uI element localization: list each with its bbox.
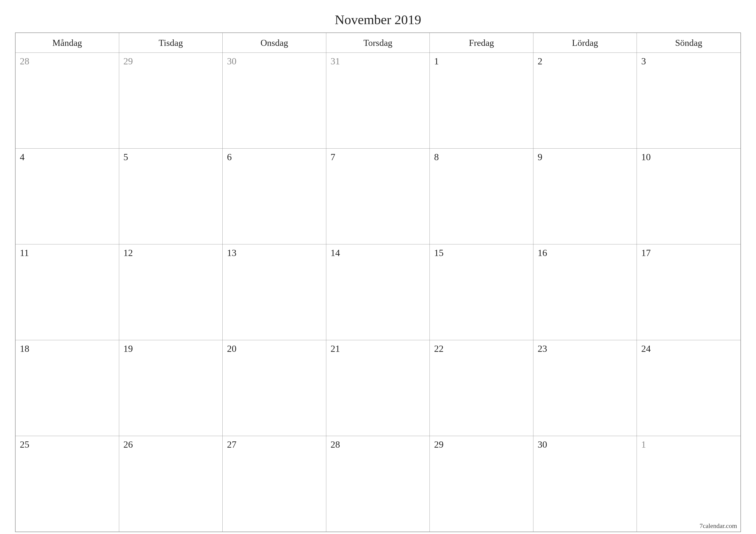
- weekday-header: Torsdag: [326, 33, 430, 53]
- weekday-header: Måndag: [15, 33, 119, 53]
- day-number: 26: [123, 439, 133, 450]
- day-cell: 13: [223, 244, 326, 340]
- week-row: 25 26 27 28 29 30 1 7calendar.com: [15, 436, 741, 532]
- day-number: 24: [641, 343, 651, 354]
- weekday-header-row: Måndag Tisdag Onsdag Torsdag Fredag Lörd…: [15, 33, 741, 53]
- day-number: 1: [434, 56, 439, 66]
- day-cell: 6: [223, 149, 326, 244]
- calendar-page: November 2019 Måndag Tisdag Onsdag Torsd…: [0, 0, 756, 534]
- weekday-header: Tisdag: [119, 33, 223, 53]
- day-cell: 26: [119, 436, 223, 532]
- day-cell: 9: [533, 149, 637, 244]
- day-cell: 19: [119, 340, 223, 436]
- day-cell: 30: [533, 436, 637, 532]
- day-number: 21: [331, 343, 340, 354]
- day-number: 25: [20, 439, 29, 450]
- week-row: 18 19 20 21 22 23 24: [15, 340, 741, 436]
- day-cell: 29: [119, 53, 223, 148]
- day-number: 16: [538, 248, 547, 258]
- day-cell: 8: [430, 149, 533, 244]
- day-cell: 22: [430, 340, 533, 436]
- day-cell: 21: [326, 340, 430, 436]
- day-cell: 30: [223, 53, 326, 148]
- page-title: November 2019: [15, 12, 741, 27]
- day-cell: 10: [637, 149, 741, 244]
- day-number: 31: [331, 56, 340, 66]
- day-cell: 15: [430, 244, 533, 340]
- day-number: 17: [641, 248, 651, 258]
- day-number: 11: [20, 248, 29, 258]
- day-cell: 11: [15, 244, 119, 340]
- day-number: 27: [227, 439, 236, 450]
- day-cell: 31: [326, 53, 430, 148]
- week-row: 11 12 13 14 15 16 17: [15, 244, 741, 340]
- day-cell: 5: [119, 149, 223, 244]
- day-cell: 25: [15, 436, 119, 532]
- day-cell: 4: [15, 149, 119, 244]
- day-cell: 1: [430, 53, 533, 148]
- day-number: 28: [331, 439, 340, 450]
- day-cell: 29: [430, 436, 533, 532]
- day-number: 2: [538, 56, 542, 66]
- day-number: 22: [434, 343, 444, 354]
- day-cell: 28: [15, 53, 119, 148]
- day-cell: 17: [637, 244, 741, 340]
- day-number: 28: [20, 56, 29, 66]
- day-number: 5: [123, 152, 128, 162]
- day-number: 15: [434, 248, 444, 258]
- day-cell: 1 7calendar.com: [637, 436, 741, 532]
- weekday-header: Lördag: [533, 33, 637, 53]
- day-cell: 18: [15, 340, 119, 436]
- week-row: 4 5 6 7 8 9 10: [15, 149, 741, 244]
- day-number: 1: [641, 439, 646, 450]
- day-number: 10: [641, 152, 651, 162]
- day-number: 8: [434, 152, 439, 162]
- day-number: 9: [538, 152, 542, 162]
- weekday-header: Onsdag: [223, 33, 326, 53]
- day-cell: 24: [637, 340, 741, 436]
- day-number: 20: [227, 343, 236, 354]
- day-cell: 3: [637, 53, 741, 148]
- day-number: 29: [123, 56, 133, 66]
- day-cell: 7: [326, 149, 430, 244]
- day-number: 4: [20, 152, 25, 162]
- day-cell: 20: [223, 340, 326, 436]
- day-number: 3: [641, 56, 646, 66]
- day-number: 12: [123, 248, 133, 258]
- day-cell: 12: [119, 244, 223, 340]
- weekday-header: Söndag: [637, 33, 741, 53]
- day-cell: 16: [533, 244, 637, 340]
- day-number: 30: [538, 439, 547, 450]
- day-number: 29: [434, 439, 444, 450]
- footer-credit: 7calendar.com: [700, 522, 737, 529]
- day-number: 18: [20, 343, 29, 354]
- day-number: 30: [227, 56, 236, 66]
- day-cell: 14: [326, 244, 430, 340]
- day-number: 6: [227, 152, 232, 162]
- day-cell: 28: [326, 436, 430, 532]
- day-cell: 23: [533, 340, 637, 436]
- weeks-container: 28 29 30 31 1 2 3 4 5 6 7 8 9 10 11 12 1…: [15, 53, 741, 532]
- week-row: 28 29 30 31 1 2 3: [15, 53, 741, 149]
- calendar-grid: Måndag Tisdag Onsdag Torsdag Fredag Lörd…: [15, 33, 741, 532]
- weekday-header: Fredag: [430, 33, 533, 53]
- day-cell: 27: [223, 436, 326, 532]
- day-cell: 2: [533, 53, 637, 148]
- day-number: 7: [331, 152, 335, 162]
- day-number: 23: [538, 343, 547, 354]
- day-number: 14: [331, 248, 340, 258]
- day-number: 19: [123, 343, 133, 354]
- day-number: 13: [227, 248, 236, 258]
